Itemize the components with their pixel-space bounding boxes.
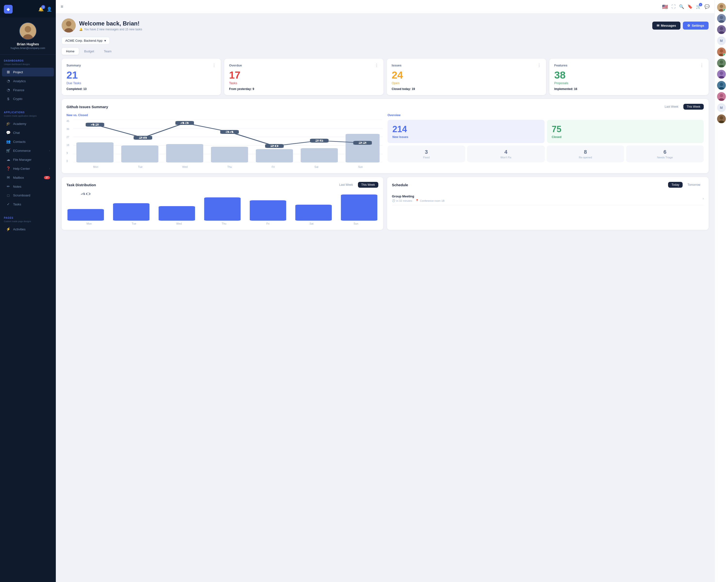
user-section: Brian Hughes hughes.brian@company.com: [0, 18, 56, 55]
tab-team[interactable]: Team: [100, 48, 116, 55]
stat-features-menu[interactable]: ⋮: [700, 63, 704, 68]
scrumboard-icon: □: [6, 193, 11, 197]
schedule-today-btn[interactable]: Today: [668, 182, 683, 188]
sidebar-item-label: Help Center: [13, 167, 30, 170]
schedule-item-chevron[interactable]: ›: [703, 196, 704, 200]
task-dist-last-week-btn[interactable]: Last Week: [336, 182, 356, 188]
mini-reopened-number: 8: [550, 149, 622, 155]
contacts-icon: 👥: [6, 139, 11, 144]
applications-sublabel: Custom made application designs: [0, 115, 56, 119]
sidebar-item-label: Chat: [13, 131, 20, 135]
sidebar-item-notes[interactable]: ✏ Notes: [2, 182, 54, 191]
stat-summary-title: Summary: [67, 63, 81, 67]
user-circle-icon[interactable]: 👤: [47, 6, 52, 12]
task-dist-chart: 40: [67, 192, 378, 221]
svg-point-60: [720, 83, 723, 86]
rp-avatar-11[interactable]: [717, 114, 726, 123]
user-name: Brian Hughes: [17, 42, 39, 46]
schedule-tomorrow-btn[interactable]: Tomorrow: [684, 182, 704, 188]
stat-summary-menu[interactable]: ⋮: [212, 63, 216, 68]
tab-home[interactable]: Home: [62, 48, 79, 55]
github-this-week-btn[interactable]: This Week: [683, 104, 704, 110]
stat-issues-footer: Closed today: 19: [392, 87, 541, 91]
sidebar-item-ecommerce[interactable]: 🛒 ECommerce ›: [2, 146, 54, 155]
search-icon[interactable]: 🔍: [679, 4, 684, 9]
sidebar-item-helpcenter[interactable]: ❓ Help Center ›: [2, 164, 54, 173]
rp-avatar-5[interactable]: [717, 48, 726, 56]
cart-icon[interactable]: 🛒 5: [696, 4, 701, 9]
svg-text:25: 25: [315, 139, 323, 142]
svg-point-4: [66, 21, 71, 26]
messages-button[interactable]: ✉ Messages: [652, 22, 680, 30]
bookmark-icon[interactable]: 🔖: [687, 4, 693, 9]
expand-icon[interactable]: ⛶: [672, 4, 676, 9]
svg-text:28: 28: [138, 137, 147, 139]
rp-avatar-9[interactable]: [717, 92, 726, 101]
sidebar-item-mailbox[interactable]: ✉ Mailbox 27: [2, 173, 54, 182]
pages-label: PAGES: [0, 215, 56, 220]
svg-rect-13: [121, 145, 158, 163]
stat-overdue-footer: From yesterday: 9: [229, 87, 379, 91]
stat-card-features: Features ⋮ 38 Proposals Implemented: 16: [549, 59, 709, 95]
stat-card-overdue: Overdue ⋮ 17 Tasks From yesterday: 9: [224, 59, 383, 95]
sidebar-item-chat[interactable]: 💬 Chat: [2, 128, 54, 137]
project-selector[interactable]: ACME Corp. Backend App ▾: [62, 37, 110, 45]
rp-avatar-2[interactable]: [717, 14, 726, 23]
stat-card-issues: Issues ⋮ 24 Open Closed today: 19: [387, 59, 546, 95]
sidebar-item-contacts[interactable]: 👥 Contacts: [2, 137, 54, 146]
sidebar-item-activities[interactable]: ⚡ Activities: [2, 225, 54, 233]
stat-issues-menu[interactable]: ⋮: [537, 63, 541, 68]
settings-button[interactable]: ⚙ Settings: [683, 22, 709, 30]
chat-topbar-icon[interactable]: 💬: [704, 4, 709, 9]
stat-card-summary: Summary ⋮ 21 Due Tasks Completed: 13: [62, 59, 221, 95]
task-dist-this-week-btn[interactable]: This Week: [358, 182, 378, 188]
svg-point-51: [720, 49, 723, 53]
welcome-left: Welcome back, Brian! 🔔 You have 2 new me…: [62, 19, 142, 32]
rp-avatar-1[interactable]: [717, 3, 726, 11]
project-selector-label: ACME Corp. Backend App: [65, 39, 102, 43]
sidebar-item-finance[interactable]: ◔ Finance: [2, 86, 54, 94]
github-issues-card: Github Issues Summary Last Week This Wee…: [62, 99, 709, 173]
rp-avatar-3[interactable]: [717, 25, 726, 34]
rp-avatar-6[interactable]: [717, 59, 726, 67]
svg-rect-39: [341, 194, 378, 221]
sidebar-header: ◆ 🔔 3 👤: [0, 0, 56, 18]
dropdown-icon: ▾: [104, 39, 106, 43]
sidebar-item-academy[interactable]: 🎓 Academy: [2, 119, 54, 128]
app-logo[interactable]: ◆: [4, 5, 12, 13]
notification-badge: 3: [41, 5, 45, 9]
rp-avatar-4[interactable]: M: [717, 36, 726, 45]
crypto-icon: $: [6, 97, 11, 101]
sidebar-item-analytics[interactable]: ◔ Analytics: [2, 77, 54, 85]
sidebar-item-project[interactable]: ⊞ Project: [2, 68, 54, 76]
sidebar-item-crypto[interactable]: $ Crypto: [2, 94, 54, 103]
location-icon: 📍: [415, 199, 419, 202]
sidebar-item-filemanager[interactable]: ☁ File Manager: [2, 155, 54, 164]
mini-reopened: 8 Re-opened: [547, 145, 624, 162]
notes-icon: ✏: [6, 184, 11, 189]
envelope-icon: ✉: [657, 24, 659, 27]
hamburger-icon[interactable]: ≡: [61, 4, 63, 9]
notification-icon[interactable]: 🔔 3: [38, 6, 44, 12]
github-header: Github Issues Summary Last Week This Wee…: [67, 104, 704, 110]
rp-avatar-7[interactable]: [717, 70, 726, 79]
sidebar-item-tasks[interactable]: ✓ Tasks: [2, 200, 54, 209]
chat-icon: 💬: [6, 131, 11, 135]
mailbox-icon: ✉: [6, 175, 11, 180]
stat-card-overdue-header: Overdue ⋮: [229, 63, 379, 68]
flag-icon[interactable]: 🇺🇸: [662, 4, 668, 10]
rp-avatar-8[interactable]: [717, 81, 726, 90]
svg-rect-15: [211, 147, 248, 163]
dashboards-label: DASHBOARDS: [0, 57, 56, 63]
svg-point-66: [720, 116, 723, 119]
helpcenter-icon: ❓: [6, 166, 11, 171]
github-last-week-btn[interactable]: Last Week: [661, 104, 682, 110]
sidebar-item-scrumboard[interactable]: □ Scrumboard: [2, 191, 54, 200]
sidebar-item-label: Finance: [13, 88, 24, 92]
stat-overdue-menu[interactable]: ⋮: [375, 63, 379, 68]
rp-avatar-10[interactable]: M: [717, 103, 726, 112]
tab-budget[interactable]: Budget: [80, 48, 99, 55]
mini-triage: 6 Needs Triage: [626, 145, 704, 162]
mailbox-badge: 27: [44, 176, 50, 179]
gear-icon: ⚙: [687, 24, 690, 27]
